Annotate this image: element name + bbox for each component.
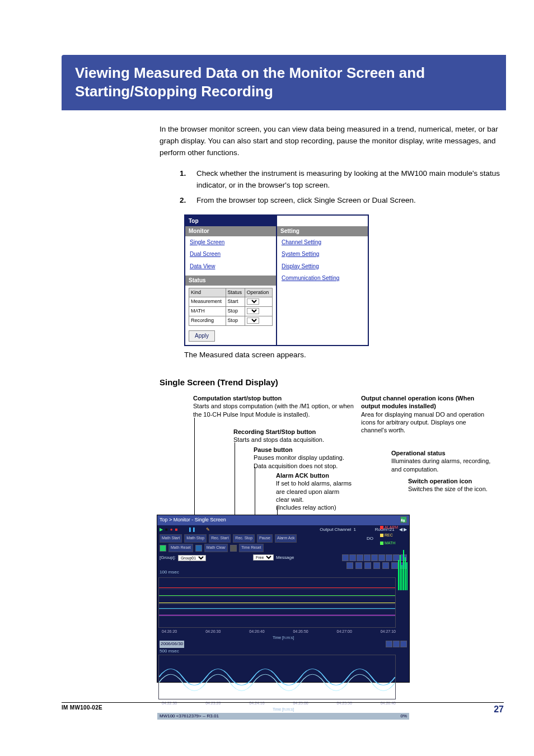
breadcrumb[interactable]: Top > Monitor - Single Screen <box>160 516 226 524</box>
toolbar-icon[interactable] <box>342 554 349 561</box>
toolbar-icon[interactable] <box>371 554 378 561</box>
nav-icon[interactable] <box>382 562 389 569</box>
page-title: Viewing Measured Data on the Monitor Scr… <box>62 55 506 110</box>
step-text: From the browser top screen, click Singl… <box>196 195 416 207</box>
toolbar-icon[interactable] <box>386 554 392 561</box>
step-num: 1. <box>180 168 191 192</box>
trend-graph-lower[interactable] <box>158 655 396 699</box>
time-reset-icon[interactable] <box>230 545 237 552</box>
alarm-ack-button[interactable]: Alarm Ack <box>275 534 297 543</box>
callout-recording: Recording Start/Stop button Starts and s… <box>233 428 368 444</box>
output-channel-val: 1 <box>353 526 355 533</box>
step-1: 1. Check whether the instrument is measu… <box>180 168 500 192</box>
nav-icon[interactable] <box>386 641 392 647</box>
page-footer: IM MW100-02E 27 <box>62 702 504 715</box>
monitor-header: Monitor <box>185 226 276 236</box>
link-system-setting[interactable]: System Setting <box>277 248 368 260</box>
math-clear-button[interactable]: Math Clear <box>204 544 228 552</box>
intro-paragraph: In the browser monitor screen, you can v… <box>160 124 500 159</box>
math-stop-button[interactable]: Math Stop <box>184 534 207 543</box>
group-label: [Group]: <box>160 554 176 561</box>
cell-select[interactable] <box>245 307 272 316</box>
group-select[interactable]: Group01 <box>178 555 206 561</box>
section-subtitle: Single Screen (Trend Display) <box>160 376 500 389</box>
cell: MATH <box>189 307 226 316</box>
status-header: Status <box>185 276 276 286</box>
cell-select[interactable] <box>245 297 272 307</box>
link-communication-setting[interactable]: Communication Setting <box>277 272 368 284</box>
toolbar-icon[interactable] <box>357 554 363 561</box>
pause-button[interactable]: Pause <box>257 534 273 543</box>
step-text: Check whether the instrument is measurin… <box>196 168 500 192</box>
appears-note: The Measured data screen appears. <box>184 349 500 361</box>
doc-id: IM MW100-02E <box>62 704 102 715</box>
top-screen-figure: Top Monitor Single Screen Dual Screen Da… <box>184 214 369 346</box>
link-single-screen[interactable]: Single Screen <box>185 236 276 249</box>
callout-alarm-ack: Alarm ACK button If set to hold alarms, … <box>276 472 388 511</box>
msg-mode-select[interactable]: Free <box>253 554 274 561</box>
link-display-setting[interactable]: Display Setting <box>277 260 368 273</box>
nav-icon[interactable] <box>393 641 400 647</box>
zoom-icon[interactable] <box>346 562 353 569</box>
apply-button[interactable]: Apply <box>189 330 215 342</box>
status-table: Kind Status Operation Measurement Start … <box>189 288 273 326</box>
callout-output-channel: Output channel operation icons (When out… <box>361 394 487 434</box>
link-data-view[interactable]: Data View <box>185 260 276 273</box>
do-label: DO <box>367 535 373 542</box>
bar-gauge <box>398 540 408 590</box>
message-label: Message <box>276 554 294 561</box>
nav-icon[interactable] <box>364 562 371 569</box>
col-kind: Kind <box>189 288 226 297</box>
callout-computation: Computation start/stop button Starts and… <box>193 394 361 418</box>
trend-figure: Computation start/stop button Starts and… <box>160 394 523 733</box>
rec-stop-button[interactable]: Rec. Stop <box>233 534 255 543</box>
graph1-period: 100 msec <box>157 569 409 576</box>
nav-icon[interactable] <box>400 641 407 647</box>
toolbar-icon[interactable] <box>378 554 385 561</box>
rec-start-button[interactable]: Rec. Start <box>209 534 231 543</box>
col-operation: Operation <box>245 288 272 297</box>
toolbar-icon[interactable] <box>364 554 371 561</box>
math-reset-icon[interactable] <box>160 545 166 552</box>
toolbar-icon[interactable] <box>349 554 356 561</box>
cell: Stop <box>226 316 245 326</box>
nav-icon[interactable] <box>391 562 398 569</box>
setting-header: Setting <box>277 226 368 236</box>
trend-graph-upper[interactable] <box>158 577 396 628</box>
math-start-button[interactable]: Math Start <box>160 534 182 543</box>
time-reset-button[interactable]: Time Reset <box>239 544 264 552</box>
cell: Stop <box>226 307 245 316</box>
link-channel-setting[interactable]: Channel Setting <box>277 236 368 249</box>
col-status: Status <box>226 288 245 297</box>
xlabel-upper: Time [h:m:s] <box>157 635 409 641</box>
math-reset-button[interactable]: Math Reset <box>168 544 193 552</box>
callout-switch-icon: Switch operation icon Switches the size … <box>408 477 498 493</box>
trend-screenshot: Top > Monitor - Single Screen ⇆ ALARM RE… <box>157 515 410 683</box>
cell: Start <box>226 297 245 307</box>
cell-select[interactable] <box>245 316 272 326</box>
output-channel-label: Output Channel <box>320 526 351 533</box>
graph2-period: 500 msec <box>157 648 409 655</box>
nav-icon[interactable] <box>373 562 380 569</box>
math-clear-icon[interactable] <box>195 545 202 552</box>
step-2: 2. From the browser top screen, click Si… <box>180 195 500 207</box>
zoom-icon[interactable] <box>355 562 362 569</box>
step-num: 2. <box>180 195 191 207</box>
callout-pause: Pause button Pauses monitor display upda… <box>254 446 377 470</box>
switch-size-icon[interactable]: ⇆ <box>400 516 407 523</box>
callout-operational-status: Operational status Illuminates during al… <box>391 449 492 473</box>
cell: Recording <box>189 316 226 326</box>
cell: Measurement <box>189 297 226 307</box>
date-upper: 2006/06/30 <box>160 641 184 647</box>
page-number: 27 <box>494 704 504 715</box>
top-label: Top <box>185 216 276 227</box>
link-dual-screen[interactable]: Dual Screen <box>185 248 276 260</box>
